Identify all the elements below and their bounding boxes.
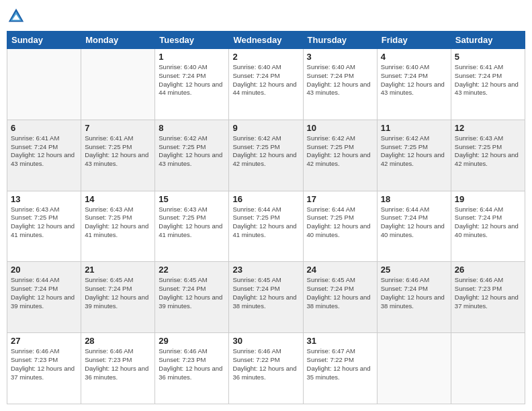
day-number: 16 (232, 194, 299, 204)
weekday-header: Sunday (7, 32, 81, 49)
day-number: 3 (307, 52, 373, 62)
day-info: Sunrise: 6:45 AMSunset: 7:24 PMDaylight:… (232, 276, 299, 310)
weekday-header: Wednesday (229, 32, 303, 49)
day-number: 31 (307, 336, 373, 346)
calendar-cell: 28Sunrise: 6:46 AMSunset: 7:23 PMDayligh… (81, 333, 155, 404)
day-number: 29 (159, 336, 225, 346)
day-number: 26 (455, 265, 521, 275)
weekday-header: Monday (81, 32, 155, 49)
day-number: 14 (85, 194, 151, 204)
calendar-cell: 1Sunrise: 6:40 AMSunset: 7:24 PMDaylight… (155, 49, 229, 120)
day-info: Sunrise: 6:45 AMSunset: 7:24 PMDaylight:… (159, 276, 225, 310)
calendar-cell: 3Sunrise: 6:40 AMSunset: 7:24 PMDaylight… (303, 49, 377, 120)
calendar-cell: 9Sunrise: 6:42 AMSunset: 7:25 PMDaylight… (229, 120, 303, 191)
day-number: 13 (11, 194, 77, 204)
day-number: 4 (381, 52, 447, 62)
calendar-cell: 30Sunrise: 6:46 AMSunset: 7:22 PMDayligh… (229, 333, 303, 404)
calendar-week-row: 6Sunrise: 6:41 AMSunset: 7:24 PMDaylight… (7, 120, 525, 191)
header (7, 7, 525, 26)
day-info: Sunrise: 6:42 AMSunset: 7:25 PMDaylight:… (381, 134, 447, 169)
day-info: Sunrise: 6:43 AMSunset: 7:25 PMDaylight:… (85, 205, 151, 240)
logo-icon (7, 7, 26, 26)
calendar-week-row: 20Sunrise: 6:44 AMSunset: 7:24 PMDayligh… (7, 262, 525, 333)
calendar-cell: 14Sunrise: 6:43 AMSunset: 7:25 PMDayligh… (81, 191, 155, 262)
day-info: Sunrise: 6:44 AMSunset: 7:25 PMDaylight:… (307, 205, 373, 240)
page: SundayMondayTuesdayWednesdayThursdayFrid… (0, 0, 532, 411)
day-info: Sunrise: 6:42 AMSunset: 7:25 PMDaylight:… (159, 134, 225, 169)
calendar-cell: 18Sunrise: 6:44 AMSunset: 7:24 PMDayligh… (377, 191, 451, 262)
day-info: Sunrise: 6:42 AMSunset: 7:25 PMDaylight:… (307, 134, 373, 169)
day-number: 2 (232, 52, 299, 62)
calendar-cell: 15Sunrise: 6:43 AMSunset: 7:25 PMDayligh… (155, 191, 229, 262)
day-number: 24 (307, 265, 373, 275)
calendar-cell: 10Sunrise: 6:42 AMSunset: 7:25 PMDayligh… (303, 120, 377, 191)
day-info: Sunrise: 6:46 AMSunset: 7:24 PMDaylight:… (381, 276, 447, 310)
day-info: Sunrise: 6:45 AMSunset: 7:24 PMDaylight:… (85, 276, 151, 310)
day-number: 21 (85, 265, 151, 275)
calendar-cell: 21Sunrise: 6:45 AMSunset: 7:24 PMDayligh… (81, 262, 155, 333)
day-info: Sunrise: 6:40 AMSunset: 7:24 PMDaylight:… (307, 63, 373, 97)
day-number: 6 (11, 123, 77, 133)
day-info: Sunrise: 6:42 AMSunset: 7:25 PMDaylight:… (232, 134, 299, 169)
calendar-cell (7, 49, 81, 120)
calendar-cell: 12Sunrise: 6:43 AMSunset: 7:25 PMDayligh… (451, 120, 525, 191)
calendar-cell: 31Sunrise: 6:47 AMSunset: 7:22 PMDayligh… (303, 333, 377, 404)
calendar-cell (377, 333, 451, 404)
day-info: Sunrise: 6:47 AMSunset: 7:22 PMDaylight:… (307, 347, 373, 381)
calendar-cell: 26Sunrise: 6:46 AMSunset: 7:23 PMDayligh… (451, 262, 525, 333)
calendar-cell (81, 49, 155, 120)
calendar-cell: 6Sunrise: 6:41 AMSunset: 7:24 PMDaylight… (7, 120, 81, 191)
logo (7, 7, 28, 26)
day-info: Sunrise: 6:44 AMSunset: 7:25 PMDaylight:… (232, 205, 299, 240)
day-info: Sunrise: 6:40 AMSunset: 7:24 PMDaylight:… (381, 63, 447, 97)
calendar-cell: 23Sunrise: 6:45 AMSunset: 7:24 PMDayligh… (229, 262, 303, 333)
calendar-week-row: 1Sunrise: 6:40 AMSunset: 7:24 PMDaylight… (7, 49, 525, 120)
day-info: Sunrise: 6:41 AMSunset: 7:24 PMDaylight:… (455, 63, 521, 97)
day-info: Sunrise: 6:44 AMSunset: 7:24 PMDaylight:… (381, 205, 447, 240)
day-info: Sunrise: 6:46 AMSunset: 7:23 PMDaylight:… (11, 347, 77, 381)
calendar-cell (451, 333, 525, 404)
calendar-cell: 22Sunrise: 6:45 AMSunset: 7:24 PMDayligh… (155, 262, 229, 333)
day-info: Sunrise: 6:44 AMSunset: 7:24 PMDaylight:… (11, 276, 77, 310)
day-number: 1 (159, 52, 225, 62)
day-info: Sunrise: 6:44 AMSunset: 7:24 PMDaylight:… (455, 205, 521, 240)
day-info: Sunrise: 6:40 AMSunset: 7:24 PMDaylight:… (159, 63, 225, 97)
calendar-cell: 17Sunrise: 6:44 AMSunset: 7:25 PMDayligh… (303, 191, 377, 262)
day-number: 9 (232, 123, 299, 133)
weekday-header-row: SundayMondayTuesdayWednesdayThursdayFrid… (7, 32, 525, 49)
day-info: Sunrise: 6:41 AMSunset: 7:25 PMDaylight:… (85, 134, 151, 169)
day-info: Sunrise: 6:41 AMSunset: 7:24 PMDaylight:… (11, 134, 77, 169)
calendar-cell: 25Sunrise: 6:46 AMSunset: 7:24 PMDayligh… (377, 262, 451, 333)
calendar-cell: 29Sunrise: 6:46 AMSunset: 7:23 PMDayligh… (155, 333, 229, 404)
calendar-week-row: 27Sunrise: 6:46 AMSunset: 7:23 PMDayligh… (7, 333, 525, 404)
calendar-cell: 19Sunrise: 6:44 AMSunset: 7:24 PMDayligh… (451, 191, 525, 262)
day-number: 18 (381, 194, 447, 204)
day-info: Sunrise: 6:40 AMSunset: 7:24 PMDaylight:… (232, 63, 299, 97)
calendar-cell: 11Sunrise: 6:42 AMSunset: 7:25 PMDayligh… (377, 120, 451, 191)
day-number: 25 (381, 265, 447, 275)
weekday-header: Tuesday (155, 32, 229, 49)
day-info: Sunrise: 6:46 AMSunset: 7:22 PMDaylight:… (232, 347, 299, 381)
calendar-cell: 8Sunrise: 6:42 AMSunset: 7:25 PMDaylight… (155, 120, 229, 191)
day-number: 10 (307, 123, 373, 133)
day-number: 30 (232, 336, 299, 346)
weekday-header: Friday (377, 32, 451, 49)
calendar-cell: 4Sunrise: 6:40 AMSunset: 7:24 PMDaylight… (377, 49, 451, 120)
day-number: 20 (11, 265, 77, 275)
weekday-header: Thursday (303, 32, 377, 49)
day-number: 5 (455, 52, 521, 62)
day-number: 15 (159, 194, 225, 204)
calendar-cell: 24Sunrise: 6:45 AMSunset: 7:24 PMDayligh… (303, 262, 377, 333)
calendar-cell: 27Sunrise: 6:46 AMSunset: 7:23 PMDayligh… (7, 333, 81, 404)
day-number: 27 (11, 336, 77, 346)
calendar-cell: 2Sunrise: 6:40 AMSunset: 7:24 PMDaylight… (229, 49, 303, 120)
weekday-header: Saturday (451, 32, 525, 49)
day-number: 28 (85, 336, 151, 346)
calendar-cell: 16Sunrise: 6:44 AMSunset: 7:25 PMDayligh… (229, 191, 303, 262)
calendar-week-row: 13Sunrise: 6:43 AMSunset: 7:25 PMDayligh… (7, 191, 525, 262)
calendar-cell: 5Sunrise: 6:41 AMSunset: 7:24 PMDaylight… (451, 49, 525, 120)
day-info: Sunrise: 6:43 AMSunset: 7:25 PMDaylight:… (11, 205, 77, 240)
calendar-cell: 13Sunrise: 6:43 AMSunset: 7:25 PMDayligh… (7, 191, 81, 262)
day-number: 12 (455, 123, 521, 133)
calendar-cell: 20Sunrise: 6:44 AMSunset: 7:24 PMDayligh… (7, 262, 81, 333)
